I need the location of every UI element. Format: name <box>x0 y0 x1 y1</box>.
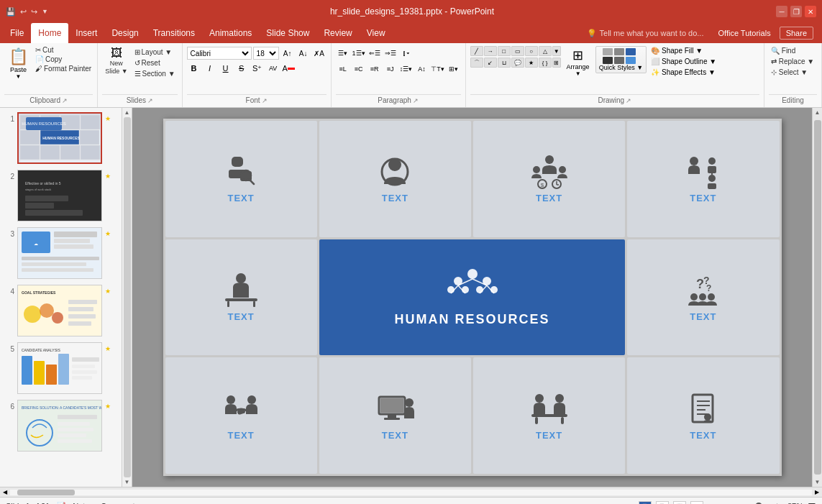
cell-2-1[interactable]: TEXT <box>319 357 471 474</box>
cell-0-0[interactable]: TEXT <box>165 121 317 237</box>
cell-1-0[interactable]: TEXT <box>165 239 317 356</box>
callout-shape[interactable]: 💬 <box>511 58 524 68</box>
justify-button[interactable]: ≡J <box>383 62 398 76</box>
scroll-thumb-v[interactable] <box>124 117 131 477</box>
right-scrollbar[interactable]: ▲ ▼ <box>812 108 822 487</box>
strikethrough-button[interactable]: S <box>234 61 249 75</box>
star-shape[interactable]: ★ <box>525 58 538 68</box>
find-button[interactable]: 🔍 Find <box>769 46 798 55</box>
cell-1-1[interactable]: HUMAN RESOURCES <box>319 239 626 356</box>
notes-button[interactable]: Notes <box>73 502 93 505</box>
rect-shape[interactable]: □ <box>498 46 511 56</box>
replace-button[interactable]: ⇄ Replace ▼ <box>769 57 816 66</box>
text-direction-button[interactable]: A↕ <box>415 62 429 76</box>
char-spacing-button[interactable]: AV <box>266 61 280 75</box>
text-shadow-button[interactable]: S⁺ <box>250 61 265 75</box>
slide-sorter-button[interactable]: ⊟ <box>656 501 669 505</box>
slide-canvas[interactable]: TEXT TEXT <box>163 119 782 476</box>
menu-transitions[interactable]: Transitions <box>146 23 202 43</box>
slides-scrollbar[interactable]: ▲ ▼ <box>122 108 132 487</box>
cell-1-3[interactable]: ? ? ? TEXT <box>627 239 779 356</box>
bend-shape[interactable]: ↙ <box>484 58 497 68</box>
bottom-scrollbar[interactable]: ◀ ▶ <box>0 487 822 497</box>
quick-styles-button[interactable]: Quick Styles ▼ <box>595 46 647 73</box>
italic-button[interactable]: I <box>203 61 217 75</box>
align-center-button[interactable]: ≡C <box>352 62 366 76</box>
shape-effects-button[interactable]: ✨ Shape Effects ▼ <box>649 68 718 77</box>
cell-2-3[interactable]: TEXT <box>627 357 779 474</box>
shape-fill-button[interactable]: 🎨 Shape Fill ▼ <box>649 46 718 55</box>
menu-file[interactable]: File <box>3 23 31 43</box>
select-button[interactable]: ⊹ Select ▼ <box>769 68 810 77</box>
cell-2-2[interactable]: TEXT <box>473 357 625 474</box>
minimize-button[interactable]: ─ <box>776 6 787 17</box>
undo-icon[interactable]: ↩ <box>20 7 27 17</box>
format-painter-button[interactable]: 🖌Format Painter <box>34 65 93 73</box>
decrease-indent-button[interactable]: ⇐☰ <box>367 46 382 60</box>
layout-button[interactable]: ⊞ Layout ▼ <box>132 47 178 57</box>
tri-shape[interactable]: △ <box>539 46 552 56</box>
section-button[interactable]: ☰ Section ▼ <box>132 69 178 78</box>
line-spacing-button[interactable]: ↕☰▾ <box>399 62 414 76</box>
cut-button[interactable]: ✂Cut <box>34 46 93 54</box>
slide-thumb-5[interactable]: 5 CANDIDATE ANALYSIS ★ <box>3 341 119 395</box>
scroll-up-arrow[interactable]: ▲ <box>124 109 130 116</box>
bold-button[interactable]: B <box>187 61 201 75</box>
align-left-button[interactable]: ≡L <box>336 62 350 76</box>
more-shapes[interactable]: ▼ <box>552 46 561 56</box>
bracket-shape[interactable]: { } <box>539 58 552 68</box>
font-size-selector[interactable]: 18 <box>253 47 279 60</box>
scroll-down-right[interactable]: ▼ <box>815 479 821 485</box>
scroll-up-right[interactable]: ▲ <box>815 109 821 116</box>
circle-shape[interactable]: ○ <box>525 46 538 56</box>
align-right-button[interactable]: ≡R <box>367 62 382 76</box>
u-shape[interactable]: ⊔ <box>498 58 511 68</box>
menu-slideshow[interactable]: Slide Show <box>259 23 316 43</box>
increase-font-button[interactable]: A↑ <box>280 46 295 60</box>
slideshow-button[interactable]: ▶ <box>690 501 703 505</box>
slide-thumb-3[interactable]: 3 ☁ ★ <box>3 226 119 280</box>
arrange-button[interactable]: ⊞ Arrange ▼ <box>564 46 593 78</box>
menu-animations[interactable]: Animations <box>202 23 259 43</box>
menu-design[interactable]: Design <box>104 23 145 43</box>
redo-icon[interactable]: ↪ <box>31 7 37 17</box>
rect2-shape[interactable]: ▭ <box>511 46 524 56</box>
close-button[interactable]: ✕ <box>805 6 816 17</box>
line-shape[interactable]: ╱ <box>470 46 483 56</box>
menu-insert[interactable]: Insert <box>68 23 104 43</box>
menu-review[interactable]: Review <box>316 23 359 43</box>
cell-0-1[interactable]: TEXT <box>319 121 471 237</box>
new-slide-button[interactable]: 🖼 New Slide ▼ <box>102 46 130 76</box>
menu-home[interactable]: Home <box>31 23 68 43</box>
bullets-button[interactable]: ☰▾ <box>336 46 350 60</box>
font-color-button[interactable]: A <box>282 61 296 75</box>
comments-button[interactable]: Comments <box>101 502 139 505</box>
restore-button[interactable]: ❐ <box>790 6 802 17</box>
zoom-in-button[interactable]: + <box>775 501 780 505</box>
slide-thumb-4[interactable]: 4 GOAL STRATEGIES ★ <box>3 283 119 338</box>
smartart-button[interactable]: ⊞▾ <box>447 62 461 76</box>
cell-0-3[interactable]: TEXT <box>627 121 779 237</box>
zoom-out-button[interactable]: − <box>708 501 713 505</box>
underline-button[interactable]: U <box>219 61 233 75</box>
slide-thumb-6[interactable]: 6 BRIEFING SOLUTION: A CANDIDATE'S MOST … <box>3 398 119 453</box>
increase-indent-button[interactable]: ⇒☰ <box>383 46 398 60</box>
arrow-shape[interactable]: → <box>484 46 497 56</box>
copy-button[interactable]: 📄Copy <box>34 55 93 63</box>
slide-thumb-1[interactable]: 1 <box>3 111 119 165</box>
scroll-down-arrow[interactable]: ▼ <box>124 479 130 485</box>
normal-view-button[interactable]: ⊞ <box>639 501 652 505</box>
cell-0-2[interactable]: $ TEXT <box>473 121 625 237</box>
scroll-right-arrow[interactable]: ▶ <box>815 489 819 495</box>
cell-2-0[interactable]: TEXT <box>165 357 317 474</box>
menu-view[interactable]: View <box>360 23 393 43</box>
curve-shape[interactable]: ⌒ <box>470 58 483 68</box>
shape-outline-button[interactable]: ⬜ Shape Outline ▼ <box>649 57 718 66</box>
save-icon[interactable]: 💾 <box>6 7 16 17</box>
fit-slide-button[interactable]: ⊞ <box>808 500 816 505</box>
share-button[interactable]: Share <box>780 27 813 40</box>
decrease-font-button[interactable]: A↓ <box>296 46 311 60</box>
scroll-left-arrow[interactable]: ◀ <box>3 489 7 495</box>
clear-format-button[interactable]: ✗A <box>312 46 326 60</box>
tell-me-text[interactable]: Tell me what you want to do... <box>600 29 704 37</box>
